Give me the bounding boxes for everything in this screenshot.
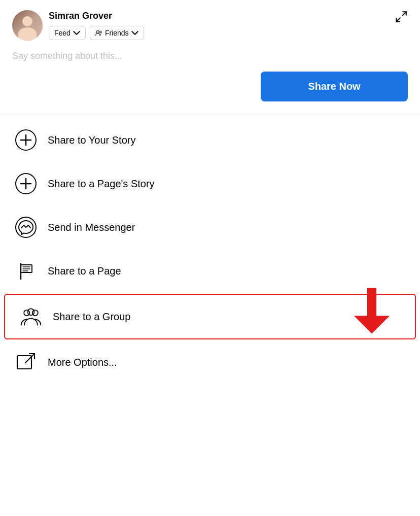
user-row: Simran Grover Feed — [12, 10, 408, 41]
post-text-input[interactable]: Say something about this... — [12, 49, 408, 72]
placeholder-text: Say something about this... — [12, 51, 122, 61]
chevron-down-icon-2 — [131, 29, 138, 37]
story-label: Share to Your Story — [48, 134, 135, 146]
svg-point-3 — [100, 31, 102, 33]
svg-marker-20 — [354, 316, 390, 334]
svg-rect-21 — [17, 356, 31, 369]
user-name: Simran Grover — [49, 11, 144, 22]
feed-dropdown[interactable]: Feed — [49, 26, 86, 40]
page-story-label: Share to a Page's Story — [48, 178, 155, 190]
share-dialog: Simran Grover Feed — [0, 0, 420, 388]
flag-icon — [14, 259, 38, 283]
friends-icon — [95, 29, 102, 37]
menu-item-more-options[interactable]: More Options... — [0, 340, 420, 384]
external-link-icon — [14, 351, 38, 374]
feed-label: Feed — [54, 29, 71, 37]
menu-item-story[interactable]: Share to Your Story — [0, 118, 420, 162]
svg-point-2 — [96, 30, 99, 33]
red-arrow — [354, 288, 390, 336]
menu-item-messenger[interactable]: Send in Messenger — [0, 205, 420, 249]
friends-label: Friends — [105, 29, 129, 37]
plus-circle-icon — [14, 128, 38, 152]
share-now-button[interactable]: Share Now — [261, 72, 408, 101]
user-controls: Feed Friends — [49, 26, 144, 40]
friends-dropdown[interactable]: Friends — [90, 26, 144, 40]
page-label: Share to a Page — [48, 265, 121, 277]
menu-item-page[interactable]: Share to a Page — [0, 249, 420, 293]
messenger-icon — [14, 216, 38, 239]
svg-line-1 — [396, 18, 400, 22]
user-info: Simran Grover Feed — [49, 11, 144, 40]
menu-item-group[interactable]: Share to a Group — [4, 294, 416, 339]
svg-line-0 — [402, 12, 406, 16]
svg-line-22 — [25, 354, 34, 363]
messenger-label: Send in Messenger — [48, 222, 135, 233]
group-label: Share to a Group — [53, 311, 130, 323]
menu-item-page-story[interactable]: Share to a Page's Story — [0, 162, 420, 205]
menu-list: Share to Your Story Share to a Page's St… — [0, 114, 420, 388]
more-options-label: More Options... — [48, 357, 117, 368]
svg-point-18 — [28, 308, 34, 315]
top-section: Simran Grover Feed — [0, 0, 420, 114]
plus-circle-icon-2 — [14, 172, 38, 195]
share-now-row: Share Now — [12, 72, 408, 104]
chevron-down-icon — [73, 29, 80, 37]
avatar — [12, 10, 43, 41]
group-icon — [19, 305, 43, 328]
expand-icon[interactable] — [395, 10, 408, 25]
svg-rect-19 — [367, 288, 376, 318]
